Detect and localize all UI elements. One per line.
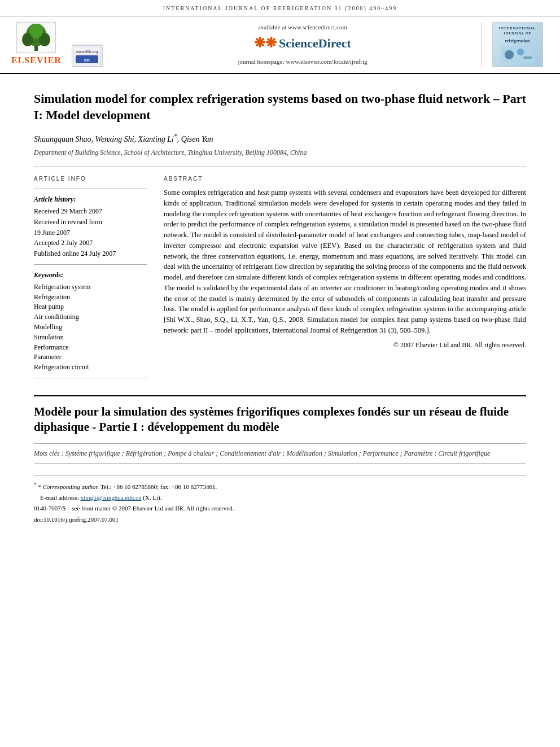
revised-date: 19 June 2007	[34, 228, 147, 238]
svg-point-11	[517, 49, 524, 55]
svg-rect-12	[523, 56, 532, 59]
revised-label: Received in revised form	[34, 217, 147, 227]
footnote-email-name: (X. Li).	[143, 494, 161, 501]
french-keywords-label: Mots clés : Système frigorifique ; Réfri…	[34, 449, 490, 457]
section-divider	[34, 395, 526, 396]
main-content: Simulation model for complex refrigerati…	[0, 74, 560, 537]
authors: Shuangquan Shao, Wenxing Shi, Xianting L…	[34, 132, 526, 145]
keywords-label: Keywords:	[34, 270, 147, 280]
page: INTERNATIONAL JOURNAL OF REFRIGERATION 3…	[0, 0, 560, 747]
abstract-header: ABSTRACT	[164, 175, 526, 183]
corresponding-text: * Corresponding author.	[38, 483, 99, 490]
sciencedirect-label: ScienceDirect	[279, 35, 351, 53]
journal-homepage: journal homepage: www.elsevier.com/locat…	[238, 58, 368, 66]
history-label: Article history:	[34, 195, 147, 204]
header-logos: ELSEVIER www.iifiir.org IIR	[11, 22, 124, 67]
journal-line: INTERNATIONAL JOURNAL OF REFRIGERATION 3…	[0, 0, 560, 16]
journal-line-text: INTERNATIONAL JOURNAL OF REFRIGERATION 3…	[163, 5, 397, 11]
article-info-header: ARTICLE INFO	[34, 175, 147, 183]
bottom-divider	[34, 378, 147, 378]
header-section: ELSEVIER www.iifiir.org IIR available at…	[0, 16, 560, 74]
french-title: Modèle pour la simulation des systèmes f…	[34, 404, 526, 435]
keyword-1: Refrigeration system	[34, 282, 147, 292]
keyword-9: Refrigeration circuit	[34, 362, 147, 372]
journal-cover: INTERNATIONAL JOURNAL OF refrigeration	[492, 22, 543, 67]
received-date: Received 29 March 2007	[34, 207, 147, 216]
iir-logo: www.iifiir.org IIR	[72, 45, 103, 67]
footnote-doi: doi:10.1016/j.ijrefrig.2007.07.001	[34, 515, 526, 525]
keyword-7: Performance	[34, 343, 147, 352]
svg-text:IIR: IIR	[84, 58, 90, 63]
published-date: Published online 24 July 2007	[34, 249, 147, 259]
sciencedirect-logo: ❋❋ ScienceDirect	[254, 34, 351, 53]
footnote-corresponding: * * Corresponding author. Tel.: +86 10 6…	[34, 481, 526, 491]
article-info-col: ARTICLE INFO Article history: Received 2…	[34, 175, 147, 384]
keyword-4: Air conditioning	[34, 312, 147, 322]
footnote-star: *	[34, 482, 37, 487]
header-center: available at www.sciencedirect.com ❋❋ Sc…	[130, 22, 475, 67]
keyword-2: Refrigeration	[34, 292, 147, 302]
keyword-8: Parameter	[34, 352, 147, 362]
abstract-col: ABSTRACT Some complex refrigeration and …	[164, 175, 526, 384]
journal-cover-title: INTERNATIONAL JOURNAL OF	[495, 26, 540, 37]
article-body: ARTICLE INFO Article history: Received 2…	[34, 167, 526, 384]
french-kw-text: Système frigorifique ; Réfrigération ; P…	[65, 449, 491, 457]
copyright: © 2007 Elsevier Ltd and IIR. All rights …	[164, 340, 526, 350]
info-divider	[34, 189, 147, 189]
logos-row: ELSEVIER www.iifiir.org IIR	[11, 22, 103, 67]
french-kw-label-text: Mots clés	[34, 449, 60, 457]
footnote-phone: Tel.: +86 10 62785860; fax: +86 10 62773…	[100, 483, 217, 490]
footnote-issn: 0140-7007/$ – see front matter © 2007 El…	[34, 504, 526, 513]
sciencedirect-icon: ❋❋	[254, 34, 277, 53]
header-right: INTERNATIONAL JOURNAL OF refrigeration	[481, 22, 549, 67]
footnote-corresponding-label: * Corresponding author.	[38, 483, 99, 490]
journal-cover-subtitle: refrigeration	[505, 38, 530, 44]
keyword-6: Simulation	[34, 333, 147, 342]
footnote-email-link[interactable]: xtingli@tsinghua.edu.cn	[80, 494, 141, 501]
elsevier-tree-icon	[16, 22, 56, 53]
authors-text: Shuangquan Shao, Wenxing Shi, Xianting L…	[34, 135, 213, 143]
accepted-date: Accepted 2 July 2007	[34, 238, 147, 248]
available-text: available at www.sciencedirect.com	[258, 23, 347, 32]
svg-point-10	[505, 50, 514, 59]
elsevier-brand-text: ELSEVIER	[11, 54, 62, 67]
elsevier-logo: ELSEVIER	[11, 22, 62, 67]
keyword-5: Modelling	[34, 322, 147, 332]
footnote-email-label: E-mail address:	[40, 494, 79, 501]
affiliation: Department of Building Science, School o…	[34, 148, 526, 158]
keyword-3: Heat pump	[34, 302, 147, 312]
article-title: Simulation model for complex refrigerati…	[34, 91, 526, 123]
keywords-divider	[34, 264, 147, 265]
footnote-section: * * Corresponding author. Tel.: +86 10 6…	[34, 475, 526, 525]
abstract-text: Some complex refrigeration and heat pump…	[164, 187, 526, 336]
french-keywords: Mots clés : Système frigorifique ; Réfri…	[34, 443, 526, 464]
footnote-email: E-mail address: xtingli@tsinghua.edu.cn …	[34, 493, 526, 503]
svg-text:www.iifiir.org: www.iifiir.org	[76, 50, 98, 54]
